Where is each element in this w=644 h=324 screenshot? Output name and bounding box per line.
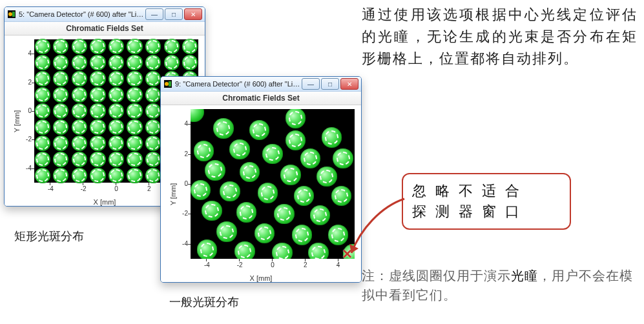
x-tick-label: 2	[143, 185, 156, 192]
y-tick-label: 2	[169, 150, 188, 157]
pupil-dashed-circle	[243, 165, 256, 179]
pupil-dashed-circle	[36, 56, 49, 69]
pupil-dashed-circle	[265, 147, 279, 161]
pupil-dashed-circle	[91, 137, 104, 150]
plot-title: Chromatic Fields Set	[5, 22, 205, 35]
x-tick-label: -2	[233, 261, 246, 268]
tick	[239, 259, 240, 261]
pupil-dashed-circle	[36, 137, 49, 150]
pupil-dashed-circle	[233, 143, 247, 156]
app-icon	[163, 79, 172, 88]
window-title: 9: "Camera Detector" (# 600) after "Ligh…	[175, 80, 302, 88]
caption-rect: 矩形光斑分布	[14, 228, 84, 244]
titlebar[interactable]: 9: "Camera Detector" (# 600) after "Ligh…	[161, 77, 361, 92]
svg-rect-2	[12, 12, 15, 17]
window-general-distribution: 9: "Camera Detector" (# 600) after "Ligh…	[160, 76, 362, 283]
x-tick-label: -4	[200, 261, 213, 268]
minimize-button[interactable]: —	[302, 78, 320, 90]
y-tick-label: 0	[169, 180, 188, 187]
pupil-dashed-circle	[73, 56, 86, 69]
pupil-dashed-circle	[261, 186, 275, 199]
y-tick-label: 2	[12, 79, 32, 86]
pupil-dashed-circle	[165, 40, 178, 53]
pupil-dashed-circle	[220, 225, 233, 239]
pupil-dashed-circle	[73, 121, 86, 134]
plot-area	[191, 109, 355, 259]
tick	[32, 54, 34, 54]
pupil-dashed-circle	[36, 40, 49, 53]
pupil-dashed-circle	[258, 227, 271, 240]
titlebar[interactable]: 5: "Camera Detector" (# 600) after "Ligh…	[5, 7, 205, 22]
x-tick-label: 0	[266, 261, 279, 268]
maximize-button[interactable]: □	[321, 78, 339, 90]
close-button[interactable]: ✕	[340, 78, 358, 90]
pupil-dashed-circle	[91, 40, 104, 53]
pupil-dashed-circle	[289, 111, 302, 125]
tick	[272, 259, 273, 261]
tick	[206, 259, 207, 261]
pupil-dashed-circle	[73, 72, 86, 85]
cross-mark-icon: ×	[342, 244, 352, 264]
pupil-dashed-circle	[91, 105, 104, 117]
y-tick-label: -4	[12, 165, 32, 172]
maximize-button[interactable]: □	[165, 8, 183, 20]
main-description: 通过使用该选项根据中心光线定位评估的光瞳，无论生成的光束是否分布在矩形栅格上，位…	[362, 4, 638, 70]
pupil-dashed-circle	[91, 88, 104, 101]
pupil-dashed-circle	[91, 153, 104, 166]
pupil-dashed-circle	[223, 185, 236, 198]
spot	[191, 109, 204, 122]
y-tick-label: 4	[169, 120, 188, 127]
pupil-dashed-circle	[128, 121, 141, 134]
pupil-dashed-circle	[284, 168, 297, 181]
tick	[83, 183, 83, 185]
pupil-dashed-circle	[91, 169, 104, 182]
pupil-dashed-circle	[91, 121, 104, 134]
pupil-dashed-circle	[165, 56, 178, 69]
pupil-dashed-circle	[128, 40, 141, 53]
pupil-dashed-circle	[91, 72, 104, 85]
pupil-dashed-circle	[128, 169, 141, 182]
pupil-dashed-circle	[240, 205, 253, 219]
svg-point-4	[165, 82, 169, 86]
close-button[interactable]: ✕	[184, 8, 202, 20]
callout-line1: 忽 略 不 适 合	[412, 181, 561, 201]
pupil-dashed-circle	[128, 137, 141, 150]
pupil-dashed-circle	[208, 163, 222, 177]
plot-body: Y [mm] X [mm] -4-2024-4-2024	[161, 105, 361, 283]
app-icon	[7, 10, 16, 19]
x-tick-label: -4	[44, 185, 57, 192]
tick	[188, 124, 191, 125]
tick	[32, 83, 34, 83]
caption-general: 一般光斑分布	[169, 294, 239, 310]
pupil-dashed-circle	[36, 88, 49, 101]
y-tick-label: -2	[169, 210, 188, 217]
pupil-dashed-circle	[73, 169, 86, 182]
minimize-button[interactable]: —	[145, 8, 163, 20]
pupil-dashed-circle	[128, 153, 141, 166]
note-prefix: 注：虚线圆圈仅用于演示	[362, 268, 511, 283]
tick	[149, 183, 149, 185]
x-axis-label: X [mm]	[94, 198, 116, 206]
svg-rect-5	[169, 81, 171, 86]
window-title: 5: "Camera Detector" (# 600) after "Ligh…	[19, 10, 145, 18]
callout-box: 忽 略 不 适 合 探 测 器 窗 口	[402, 173, 571, 230]
pupil-dashed-circle	[91, 56, 104, 69]
pupil-dashed-circle	[325, 130, 338, 144]
pupil-dashed-circle	[200, 243, 214, 256]
pupil-dashed-circle	[128, 88, 141, 101]
tick	[50, 183, 50, 185]
y-tick-label: 0	[12, 107, 32, 114]
pupil-dashed-circle	[128, 56, 141, 69]
pupil-dashed-circle	[73, 88, 86, 101]
tick	[188, 154, 191, 155]
pupil-dashed-circle	[205, 204, 218, 218]
callout-line2: 探 测 器 窗 口	[412, 201, 561, 222]
tick	[32, 139, 34, 140]
plot-title: Chromatic Fields Set	[161, 92, 361, 105]
y-tick-label: 4	[12, 50, 32, 57]
note-text: 注：虚线圆圈仅用于演示光瞳，用户不会在模拟中看到它们。	[362, 266, 640, 305]
pupil-dashed-circle	[295, 228, 309, 241]
pupil-dashed-circle	[128, 72, 141, 85]
pupil-dashed-circle	[36, 105, 49, 117]
pupil-dashed-circle	[297, 189, 311, 203]
